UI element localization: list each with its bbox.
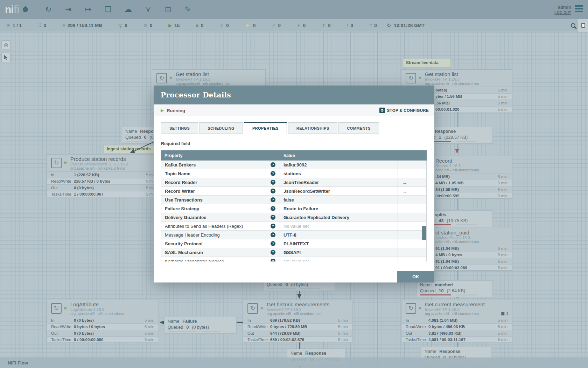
breadcrumb[interactable]: NiFi Flow — [8, 360, 28, 366]
output-port-icon[interactable]: ↦ — [83, 4, 94, 15]
stale-icon: ↥ — [322, 23, 326, 28]
tab-scheduling[interactable]: SCHEDULING — [199, 122, 243, 134]
help-icon[interactable]: ? — [271, 180, 275, 185]
funnel-icon[interactable]: ⋎ — [142, 4, 154, 15]
stat-label: Read/Write — [51, 325, 74, 329]
stat-label: Out — [247, 331, 270, 335]
help-icon[interactable]: ? — [271, 241, 275, 246]
property-value: Guarantee Replicated Delivery — [280, 213, 398, 222]
stat-window: 5 min — [498, 246, 507, 251]
processor-node[interactable]: ↻▶Get current measurementInvokeHTTP 1.16… — [401, 300, 512, 342]
stat-row: Out0 (0 bytes)5 min — [47, 184, 160, 191]
conn-queued-size: (10.75 KB) — [447, 218, 468, 223]
status-item-queued: ≡208 / 159.11 MB — [62, 23, 102, 28]
processor-name: Get station list — [425, 71, 479, 77]
help-icon[interactable]: ? — [271, 232, 275, 237]
processor-icon[interactable]: ↻ — [43, 4, 54, 15]
status-items: ⊛1 / 1⠿3≡208 / 159.11 MB◎0⊘0▶15■0⚠0⚡0✓0∗… — [6, 23, 377, 28]
tab-settings[interactable]: SETTINGS — [161, 122, 198, 134]
help-icon[interactable]: ? — [271, 224, 275, 229]
ok-button[interactable]: OK — [397, 271, 434, 282]
transmitting-icon: ◎ — [118, 23, 122, 28]
stat-window: 5 min — [338, 325, 348, 329]
stat-value: 4 MB / 0 bytes — [435, 253, 498, 257]
last-refreshed-time: 13:01:28 GMT — [394, 23, 425, 28]
connection-label[interactable]: NamematchedQueued10(2.64 KB) — [416, 280, 493, 297]
property-name: Attributes to Send as Headers (Regex) — [165, 224, 243, 229]
processor-type: InvokeHTTP 1.16.3 — [267, 307, 329, 312]
queued-icon: ≡ — [62, 23, 65, 28]
properties-rows: Kafka Brokers?kafka:9092Topic Name?stati… — [161, 161, 427, 261]
processor-node[interactable]: ↻▶Get historic measurementsInvokeHTTP 1.… — [243, 300, 352, 342]
processor-bundle: org.apache.nifi - nifi-standard-nar — [70, 312, 125, 316]
tab-relationships[interactable]: RELATIONSHIPS — [288, 122, 338, 134]
processor-header: ↻▶Produce station recordsPublishKafkaRec… — [47, 155, 160, 171]
stat-value: 0 / 00:00:00.000 — [74, 338, 145, 342]
processor-type: ateJsonPath 1.16.3 — [435, 236, 479, 240]
status-item-locally-modified-stale: !0 — [347, 23, 353, 28]
refresh-button[interactable]: ↻ 13:01:28 GMT — [387, 22, 425, 29]
not-transmitting-count: 0 — [150, 23, 153, 28]
nifi-logo: nifi — [0, 4, 28, 15]
help-icon[interactable]: ? — [271, 162, 275, 167]
go-to-service-icon[interactable]: → — [402, 188, 407, 194]
run-status-text: Running — [167, 108, 185, 113]
processor-node[interactable]: ↻▶LogAttributeLogAttribute 1.16.3org.apa… — [47, 300, 159, 342]
tab-comments[interactable]: COMMENTS — [338, 122, 379, 134]
stat-label: Tasks/Time — [51, 338, 74, 342]
stat-value: ytes / 1.56 MB — [435, 94, 498, 98]
search-button[interactable] — [568, 19, 578, 32]
stat-row: Read/Write0 bytes / 729.89 MB5 min — [243, 323, 352, 330]
property-name: Delivery Guarantee — [165, 215, 206, 220]
input-port-icon[interactable]: ⇥ — [63, 4, 74, 15]
stat-value: 34 (1.05 MB) — [435, 188, 498, 192]
property-name: Use Transactions — [165, 197, 203, 203]
stop-and-configure-button[interactable]: ⚙ STOP & CONFIGURE — [379, 108, 429, 113]
tab-properties[interactable]: PROPERTIES — [244, 122, 287, 134]
processor-icon: ↻ — [406, 303, 416, 314]
go-to-service-icon[interactable]: → — [402, 179, 407, 185]
property-row: Record Writer?JsonRecordSetWriter→ — [161, 187, 426, 196]
help-icon[interactable]: ? — [271, 259, 275, 261]
disabled-count: 0 — [253, 23, 256, 28]
stat-value: 228.57 KB / 0 bytes — [74, 179, 146, 183]
label-icon[interactable]: ✎ — [182, 4, 194, 15]
status-flyout-button[interactable] — [578, 19, 588, 32]
conn-name-value: splits — [435, 212, 446, 217]
conn-name-value: Failure — [182, 319, 197, 324]
connection-label[interactable]: NameFailureQueued0(0 bytes) — [164, 317, 237, 334]
help-icon[interactable]: ? — [271, 171, 275, 176]
up-to-date-icon: ✓ — [272, 23, 276, 28]
select-tool-button[interactable] — [1, 53, 10, 62]
help-icon[interactable]: ? — [271, 250, 275, 255]
stat-value: 644 (729.89 MB) — [270, 331, 338, 335]
conn-queued-label: Queued — [125, 135, 141, 140]
processor-name: LogAttribute — [70, 301, 125, 307]
status-item-up-to-date: ✓0 — [272, 23, 281, 28]
stat-label: Read/Write — [247, 325, 270, 329]
conn-name-value: Response — [305, 351, 326, 356]
process-group-icon[interactable]: ❏ — [103, 4, 114, 15]
help-icon[interactable]: ? — [271, 206, 275, 211]
dialog-title: Processor Details — [161, 91, 231, 99]
conn-queued-label: Queued — [168, 325, 183, 330]
table-scrollbar[interactable] — [422, 226, 426, 240]
help-icon[interactable]: ? — [271, 197, 275, 202]
help-icon[interactable]: ? — [271, 215, 275, 220]
help-icon[interactable]: ? — [271, 189, 275, 193]
active-threads-count: 3 — [44, 23, 47, 28]
template-icon[interactable]: ⊡ — [162, 4, 174, 15]
conn-queued-label: Queued — [420, 288, 435, 293]
navigate-button[interactable]: ◎ — [1, 40, 10, 49]
column-value: Value — [280, 153, 398, 158]
processor-type: InvokeHTTP 1.16.3 — [425, 77, 479, 81]
stat-window: 5 min — [498, 101, 507, 105]
stat-value: 4 MB / 1.05 MB — [435, 181, 498, 185]
remote-process-group-icon[interactable]: ☁ — [122, 4, 134, 15]
canvas-label-stream[interactable]: Stream live-data — [402, 59, 451, 68]
stat-value: 3,817 (496.03 KB) — [428, 331, 498, 335]
stat-value: 689 / 00:02:02.576 — [270, 338, 338, 342]
processor-node[interactable]: ↻▶Produce station recordsPublishKafkaRec… — [47, 154, 160, 197]
global-menu-icon[interactable] — [575, 5, 583, 12]
logout-link[interactable]: LOG OUT — [554, 11, 571, 15]
